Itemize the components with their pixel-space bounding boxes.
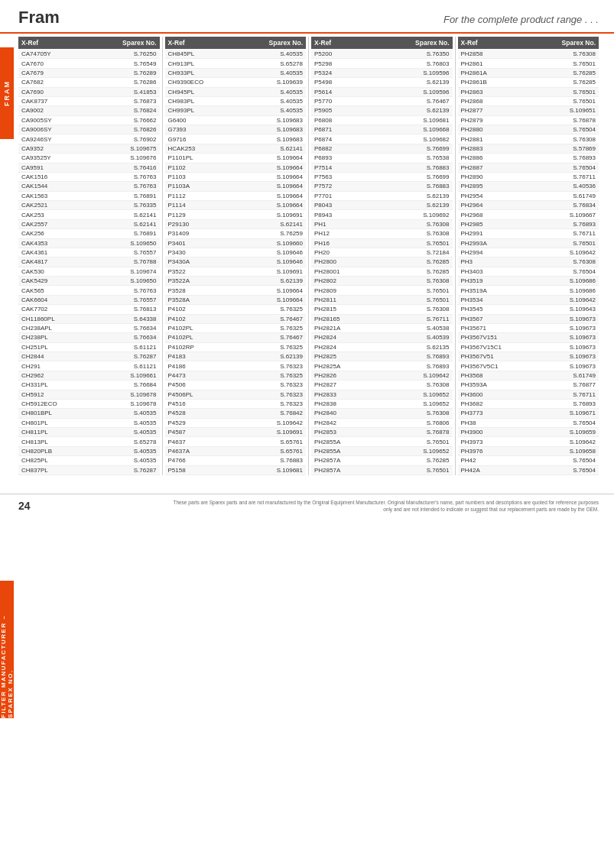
table-row: P4637AS.65761: [165, 447, 307, 456]
table-row: CA7690S.41853: [18, 88, 160, 97]
xref-value: CAK1544: [21, 183, 95, 189]
sparex-value: S.76878: [534, 117, 596, 124]
table-row: CAK1516S.76763: [18, 173, 160, 182]
sparex-value: S.109673: [534, 334, 596, 341]
sparex-value: S.76504: [534, 164, 596, 171]
sparex-value: S.40535: [95, 410, 156, 416]
table-row: CA74705YS.76250: [18, 50, 160, 59]
sparex-value: S.65761: [242, 439, 303, 445]
table-row: P1102S.109664: [165, 164, 307, 173]
table-row: PH2863S.76501: [458, 88, 599, 97]
xref-value: CH331PL: [21, 381, 95, 388]
sparex-value: S.109673: [534, 325, 596, 332]
table-row: P4637S.65761: [165, 437, 307, 446]
table-row: PH38S.76504: [458, 419, 599, 428]
table-row: CAK253S.62141: [18, 210, 160, 219]
sparex-value: S.76557: [95, 249, 156, 256]
table-row: PH35671S.109673: [458, 324, 599, 333]
sparex-value: S.109691: [242, 212, 303, 219]
sparex-value: S.76763: [95, 183, 156, 189]
table-row: P4529S.109642: [165, 419, 307, 428]
sparex-value: S.76335: [95, 202, 156, 209]
sparex-value: S.109650: [95, 277, 156, 284]
xref-value: P4529: [168, 419, 242, 426]
sparex-value: S.40535: [242, 70, 303, 76]
sparex-value: S.76323: [242, 391, 303, 398]
sparex-value: S.76538: [388, 154, 449, 161]
table-row: P7563S.76699: [311, 173, 453, 182]
table-row: PH1S.76308: [311, 220, 453, 229]
table-row: P3522S.109691: [165, 267, 307, 277]
sparex-value: S.76893: [534, 221, 596, 228]
table-row: PH28165S.76711: [311, 315, 453, 324]
sparex-value: S.76323: [242, 381, 303, 388]
table-row: CAK530S.109674: [18, 267, 160, 277]
table-row: P8043S.62139: [311, 201, 453, 210]
sparex-value: S.76501: [388, 240, 449, 247]
table-row: PH2968S.109667: [458, 210, 599, 219]
xref-value: PH2842: [314, 419, 388, 426]
xref-value: HCAK253: [168, 145, 242, 152]
sparex-value: S.76259: [242, 230, 303, 237]
sparex-value: S.62139: [388, 202, 449, 209]
table-row: CH845PLS.40535: [165, 50, 307, 59]
xref-value: CA93525Y: [21, 154, 95, 161]
sparex-value: S.109664: [242, 173, 303, 180]
xref-value: CH837PL: [21, 467, 95, 474]
xref-value: PH3567V15C1: [461, 344, 534, 351]
sparex-value: S.76893: [534, 400, 596, 407]
table-row: P4766S.76883: [165, 456, 307, 465]
sparex-value: S.76308: [388, 277, 449, 284]
table-row: PH3403S.76504: [458, 267, 599, 277]
xref-value: CH801PL: [21, 419, 95, 426]
sparex-value: S.65278: [242, 60, 303, 67]
table-row: PH2954S.61749: [458, 192, 599, 201]
xref-value: PH2883: [461, 145, 534, 152]
sparex-value: S.76699: [388, 145, 449, 152]
table-row: PH12S.76308: [311, 229, 453, 238]
xref-value: PH2824: [314, 334, 388, 341]
col-xref-header: X-Ref: [168, 39, 242, 47]
table-row: P6808S.109681: [311, 116, 453, 125]
sparex-value: S.76842: [242, 410, 303, 416]
sparex-value: S.76891: [95, 230, 156, 237]
xref-value: P5200: [314, 50, 388, 57]
table-row: PH2821AS.40538: [311, 324, 453, 333]
xref-value: PH2857A: [314, 457, 388, 464]
table-row: CH945PLS.40535: [165, 88, 307, 97]
xref-value: PH3567V151: [461, 334, 534, 341]
xref-value: PH2809: [314, 287, 388, 294]
table-row: PH42S.76504: [458, 456, 599, 465]
column-2: X-RefSparex No.P5200S.76350P5298S.76803P…: [311, 37, 453, 475]
sparex-value: S.62141: [242, 221, 303, 228]
xref-value: CH820PLB: [21, 448, 95, 455]
xref-value: P6893: [314, 154, 388, 161]
table-row: CAK4817S.76788: [18, 257, 160, 267]
sparex-value: S.76893: [388, 353, 449, 360]
xref-value: P4186: [168, 363, 242, 370]
xref-value: P1114: [168, 202, 242, 209]
sparex-value: S.76504: [534, 126, 596, 133]
table-row: G6400S.109683: [165, 116, 307, 125]
xref-value: PH2858: [461, 50, 534, 57]
sparex-value: S.76877: [534, 381, 596, 388]
sparex-value: S.76504: [534, 268, 596, 275]
sparex-value: S.40535: [242, 50, 303, 57]
table-row: CA9591S.76416: [18, 164, 160, 173]
col-xref-header: X-Ref: [21, 39, 95, 47]
xref-value: PH2861B: [461, 79, 534, 86]
table-row: PH2853S.76878: [311, 428, 453, 437]
xref-value: CH5912ECO: [21, 400, 95, 407]
table-row: P3528S.109664: [165, 286, 307, 295]
xref-value: P4102: [168, 316, 242, 322]
table-row: CH2844S.76287: [18, 352, 160, 361]
table-row: P5158S.109681: [165, 466, 307, 475]
col-xref-header: X-Ref: [314, 39, 388, 47]
xref-value: PH2879: [461, 117, 534, 124]
sparex-value: S.76501: [534, 240, 596, 247]
xref-value: P4102PL: [168, 334, 242, 341]
sparex-value: S.76308: [388, 410, 449, 416]
xref-value: CH993PL: [168, 107, 242, 114]
table-row: P4183S.62139: [165, 352, 307, 361]
sparex-value: S.65278: [95, 439, 156, 445]
